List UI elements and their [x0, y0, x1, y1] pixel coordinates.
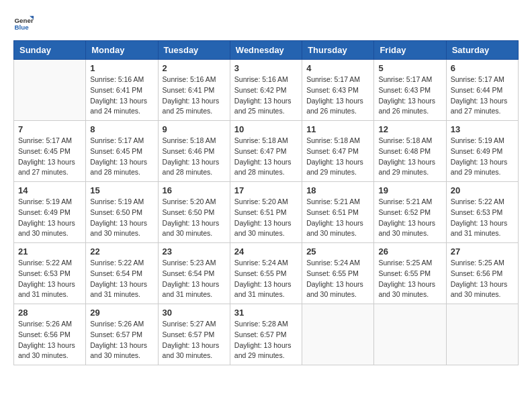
day-number: 30 [163, 308, 226, 318]
day-detail: Sunrise: 5:20 AMSunset: 6:51 PMDaylight:… [234, 197, 298, 239]
day-detail: Sunrise: 5:24 AMSunset: 6:55 PMDaylight:… [234, 258, 298, 300]
calendar-cell: 3Sunrise: 5:16 AMSunset: 6:42 PMDaylight… [230, 60, 302, 121]
calendar-cell: 25Sunrise: 5:24 AMSunset: 6:55 PMDayligh… [302, 243, 374, 304]
week-row-5: 28Sunrise: 5:26 AMSunset: 6:56 PMDayligh… [14, 304, 519, 365]
day-number: 13 [451, 124, 514, 134]
day-number: 8 [90, 124, 153, 134]
calendar-cell: 7Sunrise: 5:17 AMSunset: 6:45 PMDaylight… [14, 121, 86, 182]
day-detail: Sunrise: 5:17 AMSunset: 6:45 PMDaylight:… [90, 136, 153, 178]
day-number: 20 [451, 185, 514, 195]
day-number: 21 [18, 246, 81, 257]
week-row-1: 1Sunrise: 5:16 AMSunset: 6:41 PMDaylight… [14, 60, 519, 121]
day-number: 3 [234, 63, 298, 73]
day-detail: Sunrise: 5:24 AMSunset: 6:55 PMDaylight:… [306, 258, 369, 300]
calendar-cell: 19Sunrise: 5:21 AMSunset: 6:52 PMDayligh… [374, 182, 446, 243]
day-detail: Sunrise: 5:16 AMSunset: 6:42 PMDaylight:… [234, 75, 298, 117]
calendar-cell: 4Sunrise: 5:17 AMSunset: 6:43 PMDaylight… [302, 60, 374, 121]
day-detail: Sunrise: 5:17 AMSunset: 6:45 PMDaylight:… [18, 136, 81, 178]
weekday-header-saturday: Saturday [446, 41, 518, 60]
day-number: 9 [163, 124, 226, 134]
weekday-header-monday: Monday [86, 41, 158, 60]
weekday-header-thursday: Thursday [302, 41, 374, 60]
day-detail: Sunrise: 5:16 AMSunset: 6:41 PMDaylight:… [163, 75, 226, 117]
day-number: 14 [18, 185, 81, 195]
day-number: 17 [234, 185, 298, 195]
day-detail: Sunrise: 5:17 AMSunset: 6:43 PMDaylight:… [378, 75, 441, 117]
calendar-cell: 20Sunrise: 5:22 AMSunset: 6:53 PMDayligh… [446, 182, 518, 243]
weekday-header-friday: Friday [374, 41, 446, 60]
day-number: 16 [163, 185, 226, 195]
day-number: 7 [18, 124, 81, 134]
calendar-cell: 9Sunrise: 5:18 AMSunset: 6:46 PMDaylight… [158, 121, 230, 182]
calendar-cell: 24Sunrise: 5:24 AMSunset: 6:55 PMDayligh… [230, 243, 302, 304]
calendar-cell: 13Sunrise: 5:19 AMSunset: 6:49 PMDayligh… [446, 121, 518, 182]
calendar-cell: 21Sunrise: 5:22 AMSunset: 6:53 PMDayligh… [14, 243, 86, 304]
day-number: 1 [90, 63, 153, 73]
day-detail: Sunrise: 5:22 AMSunset: 6:53 PMDaylight:… [451, 197, 514, 239]
svg-text:Blue: Blue [15, 24, 30, 31]
calendar-cell: 30Sunrise: 5:27 AMSunset: 6:57 PMDayligh… [158, 304, 230, 365]
calendar-cell [302, 304, 374, 365]
day-detail: Sunrise: 5:26 AMSunset: 6:56 PMDaylight:… [18, 319, 81, 361]
day-detail: Sunrise: 5:26 AMSunset: 6:57 PMDaylight:… [90, 319, 153, 361]
day-number: 6 [451, 63, 514, 73]
day-detail: Sunrise: 5:22 AMSunset: 6:54 PMDaylight:… [90, 258, 153, 300]
day-detail: Sunrise: 5:18 AMSunset: 6:47 PMDaylight:… [234, 136, 298, 178]
day-detail: Sunrise: 5:17 AMSunset: 6:43 PMDaylight:… [306, 75, 369, 117]
calendar-cell: 22Sunrise: 5:22 AMSunset: 6:54 PMDayligh… [86, 243, 158, 304]
calendar-cell: 5Sunrise: 5:17 AMSunset: 6:43 PMDaylight… [374, 60, 446, 121]
calendar-cell: 2Sunrise: 5:16 AMSunset: 6:41 PMDaylight… [158, 60, 230, 121]
day-number: 11 [306, 124, 369, 134]
day-number: 27 [451, 246, 514, 257]
weekday-header-wednesday: Wednesday [230, 41, 302, 60]
logo-icon: General Blue [13, 13, 34, 34]
page-header: General Blue [13, 13, 519, 34]
calendar-cell [14, 60, 86, 121]
day-number: 12 [378, 124, 441, 134]
day-number: 15 [90, 185, 153, 195]
day-number: 22 [90, 246, 153, 257]
day-number: 24 [234, 246, 298, 257]
calendar-cell: 12Sunrise: 5:18 AMSunset: 6:48 PMDayligh… [374, 121, 446, 182]
day-detail: Sunrise: 5:19 AMSunset: 6:49 PMDaylight:… [451, 136, 514, 178]
day-number: 25 [306, 246, 369, 257]
day-detail: Sunrise: 5:18 AMSunset: 6:48 PMDaylight:… [378, 136, 441, 178]
calendar-cell: 18Sunrise: 5:21 AMSunset: 6:51 PMDayligh… [302, 182, 374, 243]
logo: General Blue [13, 13, 34, 34]
calendar-cell: 26Sunrise: 5:25 AMSunset: 6:55 PMDayligh… [374, 243, 446, 304]
svg-text:General: General [15, 17, 34, 24]
day-number: 5 [378, 63, 441, 73]
day-detail: Sunrise: 5:23 AMSunset: 6:54 PMDaylight:… [163, 258, 226, 300]
calendar-cell: 16Sunrise: 5:20 AMSunset: 6:50 PMDayligh… [158, 182, 230, 243]
day-number: 4 [306, 63, 369, 73]
calendar-cell: 23Sunrise: 5:23 AMSunset: 6:54 PMDayligh… [158, 243, 230, 304]
calendar-cell: 1Sunrise: 5:16 AMSunset: 6:41 PMDaylight… [86, 60, 158, 121]
day-number: 29 [90, 308, 153, 318]
day-detail: Sunrise: 5:27 AMSunset: 6:57 PMDaylight:… [163, 319, 226, 361]
day-number: 19 [378, 185, 441, 195]
calendar-cell: 29Sunrise: 5:26 AMSunset: 6:57 PMDayligh… [86, 304, 158, 365]
calendar-cell: 14Sunrise: 5:19 AMSunset: 6:49 PMDayligh… [14, 182, 86, 243]
calendar-cell: 17Sunrise: 5:20 AMSunset: 6:51 PMDayligh… [230, 182, 302, 243]
calendar-cell [374, 304, 446, 365]
week-row-3: 14Sunrise: 5:19 AMSunset: 6:49 PMDayligh… [14, 182, 519, 243]
day-detail: Sunrise: 5:17 AMSunset: 6:44 PMDaylight:… [451, 75, 514, 117]
day-detail: Sunrise: 5:19 AMSunset: 6:50 PMDaylight:… [90, 197, 153, 239]
calendar-cell: 28Sunrise: 5:26 AMSunset: 6:56 PMDayligh… [14, 304, 86, 365]
calendar-cell: 15Sunrise: 5:19 AMSunset: 6:50 PMDayligh… [86, 182, 158, 243]
calendar-cell: 6Sunrise: 5:17 AMSunset: 6:44 PMDaylight… [446, 60, 518, 121]
day-number: 10 [234, 124, 298, 134]
day-detail: Sunrise: 5:18 AMSunset: 6:47 PMDaylight:… [306, 136, 369, 178]
week-row-2: 7Sunrise: 5:17 AMSunset: 6:45 PMDaylight… [14, 121, 519, 182]
day-number: 28 [18, 308, 81, 318]
calendar-cell [446, 304, 518, 365]
weekday-header-sunday: Sunday [14, 41, 86, 60]
calendar-cell: 11Sunrise: 5:18 AMSunset: 6:47 PMDayligh… [302, 121, 374, 182]
day-number: 26 [378, 246, 441, 257]
calendar-cell: 31Sunrise: 5:28 AMSunset: 6:57 PMDayligh… [230, 304, 302, 365]
day-detail: Sunrise: 5:18 AMSunset: 6:46 PMDaylight:… [163, 136, 226, 178]
calendar-table: SundayMondayTuesdayWednesdayThursdayFrid… [13, 40, 519, 365]
day-number: 31 [234, 308, 298, 318]
calendar-cell: 10Sunrise: 5:18 AMSunset: 6:47 PMDayligh… [230, 121, 302, 182]
day-detail: Sunrise: 5:21 AMSunset: 6:52 PMDaylight:… [378, 197, 441, 239]
